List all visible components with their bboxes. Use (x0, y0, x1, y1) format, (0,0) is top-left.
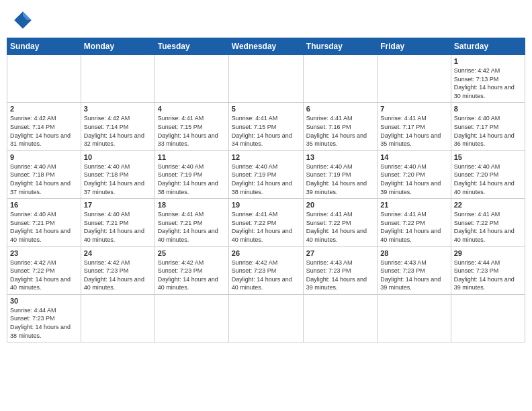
day-info: Sunrise: 4:40 AM Sunset: 7:18 PM Dayligh… (84, 163, 152, 196)
day-info: Sunrise: 4:42 AM Sunset: 7:23 PM Dayligh… (158, 259, 226, 292)
calendar-cell (228, 55, 303, 103)
logo-icon (12, 9, 34, 31)
day-info: Sunrise: 4:42 AM Sunset: 7:14 PM Dayligh… (84, 114, 152, 148)
day-info: Sunrise: 4:40 AM Sunset: 7:19 PM Dayligh… (306, 163, 374, 196)
day-info: Sunrise: 4:44 AM Sunset: 7:23 PM Dayligh… (454, 259, 522, 292)
day-number: 17 (84, 201, 152, 209)
calendar-cell: 29Sunrise: 4:44 AM Sunset: 7:23 PM Dayli… (451, 246, 525, 294)
day-info: Sunrise: 4:40 AM Sunset: 7:21 PM Dayligh… (10, 210, 78, 244)
day-info: Sunrise: 4:43 AM Sunset: 7:23 PM Dayligh… (306, 259, 374, 292)
day-number: 27 (306, 249, 374, 257)
day-number: 11 (158, 153, 226, 161)
weekday-header-monday: Monday (81, 38, 154, 55)
calendar-cell (154, 294, 228, 342)
day-number: 23 (10, 249, 78, 257)
day-info: Sunrise: 4:42 AM Sunset: 7:23 PM Dayligh… (232, 259, 300, 292)
day-number: 29 (454, 249, 522, 257)
weekday-header-wednesday: Wednesday (228, 38, 303, 55)
day-number: 26 (232, 249, 300, 257)
day-number: 1 (454, 57, 522, 65)
day-info: Sunrise: 4:41 AM Sunset: 7:22 PM Dayligh… (454, 210, 522, 244)
day-info: Sunrise: 4:40 AM Sunset: 7:20 PM Dayligh… (454, 163, 522, 196)
calendar-cell (451, 294, 525, 342)
calendar-cell (303, 55, 377, 103)
calendar-cell: 27Sunrise: 4:43 AM Sunset: 7:23 PM Dayli… (303, 246, 377, 294)
weekday-header-thursday: Thursday (303, 38, 377, 55)
day-info: Sunrise: 4:40 AM Sunset: 7:18 PM Dayligh… (10, 163, 78, 196)
day-number: 3 (84, 105, 152, 113)
calendar-cell: 19Sunrise: 4:41 AM Sunset: 7:22 PM Dayli… (228, 199, 303, 246)
calendar-week-2: 2Sunrise: 4:42 AM Sunset: 7:14 PM Daylig… (7, 103, 525, 150)
calendar-cell: 12Sunrise: 4:40 AM Sunset: 7:19 PM Dayli… (228, 150, 303, 198)
day-number: 4 (158, 105, 226, 113)
day-number: 28 (380, 249, 447, 257)
calendar-cell (303, 294, 377, 342)
calendar-cell: 7Sunrise: 4:41 AM Sunset: 7:17 PM Daylig… (378, 103, 451, 150)
calendar-cell: 21Sunrise: 4:41 AM Sunset: 7:22 PM Dayli… (378, 199, 451, 246)
day-number: 7 (380, 105, 447, 113)
calendar-cell: 25Sunrise: 4:42 AM Sunset: 7:23 PM Dayli… (154, 246, 228, 294)
calendar-cell: 26Sunrise: 4:42 AM Sunset: 7:23 PM Dayli… (228, 246, 303, 294)
calendar-cell: 15Sunrise: 4:40 AM Sunset: 7:20 PM Dayli… (451, 150, 525, 198)
day-info: Sunrise: 4:41 AM Sunset: 7:15 PM Dayligh… (232, 114, 300, 148)
calendar-cell: 20Sunrise: 4:41 AM Sunset: 7:22 PM Dayli… (303, 199, 377, 246)
calendar-cell: 11Sunrise: 4:40 AM Sunset: 7:19 PM Dayli… (154, 150, 228, 198)
calendar-cell (378, 55, 451, 103)
weekday-header-sunday: Sunday (7, 38, 81, 55)
day-info: Sunrise: 4:41 AM Sunset: 7:22 PM Dayligh… (306, 210, 374, 244)
day-info: Sunrise: 4:42 AM Sunset: 7:13 PM Dayligh… (454, 66, 522, 100)
day-number: 19 (232, 201, 300, 209)
calendar-cell (81, 55, 154, 103)
day-number: 13 (306, 153, 374, 161)
calendar-cell (81, 294, 154, 342)
calendar-cell: 24Sunrise: 4:42 AM Sunset: 7:23 PM Dayli… (81, 246, 154, 294)
calendar-cell: 2Sunrise: 4:42 AM Sunset: 7:14 PM Daylig… (7, 103, 81, 150)
day-number: 6 (306, 105, 374, 113)
calendar-cell: 6Sunrise: 4:41 AM Sunset: 7:16 PM Daylig… (303, 103, 377, 150)
calendar-cell: 5Sunrise: 4:41 AM Sunset: 7:15 PM Daylig… (228, 103, 303, 150)
calendar-cell: 1Sunrise: 4:42 AM Sunset: 7:13 PM Daylig… (451, 55, 525, 103)
day-info: Sunrise: 4:44 AM Sunset: 7:23 PM Dayligh… (10, 306, 78, 340)
day-number: 2 (10, 105, 78, 113)
day-info: Sunrise: 4:41 AM Sunset: 7:22 PM Dayligh… (380, 210, 447, 244)
calendar-cell: 8Sunrise: 4:40 AM Sunset: 7:17 PM Daylig… (451, 103, 525, 150)
calendar-cell: 22Sunrise: 4:41 AM Sunset: 7:22 PM Dayli… (451, 199, 525, 246)
calendar-cell: 28Sunrise: 4:43 AM Sunset: 7:23 PM Dayli… (378, 246, 451, 294)
day-info: Sunrise: 4:40 AM Sunset: 7:19 PM Dayligh… (232, 163, 300, 196)
calendar-week-4: 16Sunrise: 4:40 AM Sunset: 7:21 PM Dayli… (7, 199, 525, 246)
calendar-cell: 9Sunrise: 4:40 AM Sunset: 7:18 PM Daylig… (7, 150, 81, 198)
day-number: 5 (232, 105, 300, 113)
day-number: 9 (10, 153, 78, 161)
day-info: Sunrise: 4:42 AM Sunset: 7:14 PM Dayligh… (10, 114, 78, 148)
day-info: Sunrise: 4:40 AM Sunset: 7:21 PM Dayligh… (84, 210, 152, 244)
calendar-week-1: 1Sunrise: 4:42 AM Sunset: 7:13 PM Daylig… (7, 55, 525, 103)
calendar-week-6: 30Sunrise: 4:44 AM Sunset: 7:23 PM Dayli… (7, 294, 525, 342)
calendar-cell (228, 294, 303, 342)
day-number: 30 (10, 297, 78, 305)
page-header (7, 7, 525, 34)
calendar-cell: 30Sunrise: 4:44 AM Sunset: 7:23 PM Dayli… (7, 294, 81, 342)
day-info: Sunrise: 4:43 AM Sunset: 7:23 PM Dayligh… (380, 259, 447, 292)
day-number: 22 (454, 201, 522, 209)
calendar-week-3: 9Sunrise: 4:40 AM Sunset: 7:18 PM Daylig… (7, 150, 525, 198)
calendar-cell: 17Sunrise: 4:40 AM Sunset: 7:21 PM Dayli… (81, 199, 154, 246)
day-number: 18 (158, 201, 226, 209)
day-info: Sunrise: 4:40 AM Sunset: 7:20 PM Dayligh… (380, 163, 447, 196)
calendar-cell (378, 294, 451, 342)
day-number: 25 (158, 249, 226, 257)
calendar-week-5: 23Sunrise: 4:42 AM Sunset: 7:22 PM Dayli… (7, 246, 525, 294)
calendar-cell: 18Sunrise: 4:41 AM Sunset: 7:21 PM Dayli… (154, 199, 228, 246)
calendar-cell: 14Sunrise: 4:40 AM Sunset: 7:20 PM Dayli… (378, 150, 451, 198)
day-info: Sunrise: 4:41 AM Sunset: 7:17 PM Dayligh… (380, 114, 447, 148)
calendar-cell: 10Sunrise: 4:40 AM Sunset: 7:18 PM Dayli… (81, 150, 154, 198)
day-number: 24 (84, 249, 152, 257)
calendar-table: SundayMondayTuesdayWednesdayThursdayFrid… (7, 38, 525, 342)
calendar-cell (154, 55, 228, 103)
day-info: Sunrise: 4:42 AM Sunset: 7:22 PM Dayligh… (10, 259, 78, 292)
calendar-cell: 13Sunrise: 4:40 AM Sunset: 7:19 PM Dayli… (303, 150, 377, 198)
day-number: 14 (380, 153, 447, 161)
calendar-cell: 23Sunrise: 4:42 AM Sunset: 7:22 PM Dayli… (7, 246, 81, 294)
weekday-header-tuesday: Tuesday (154, 38, 228, 55)
calendar-cell: 16Sunrise: 4:40 AM Sunset: 7:21 PM Dayli… (7, 199, 81, 246)
day-number: 20 (306, 201, 374, 209)
